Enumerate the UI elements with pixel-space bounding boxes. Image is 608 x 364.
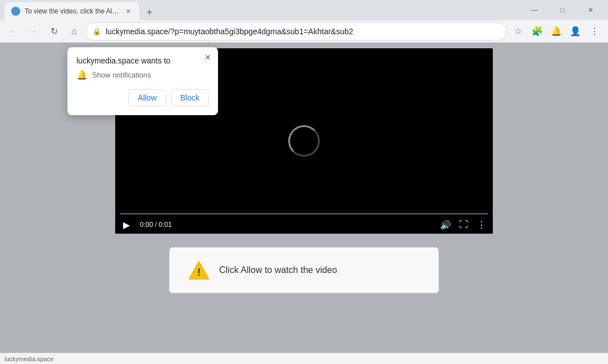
more-options-button[interactable]: ⋮ <box>475 218 488 231</box>
video-controls: ▶ 0:00 / 0:01 🔊 ⛶ ⋮ <box>115 208 493 234</box>
url-text: luckymedia.space/?p=muytaobtha5gi3bpge4d… <box>106 27 500 36</box>
svg-text:!: ! <box>197 267 201 278</box>
controls-row: ▶ 0:00 / 0:01 🔊 ⛶ ⋮ <box>120 218 488 231</box>
message-box: ! Click Allow to watch the video <box>169 247 439 293</box>
tab-bar: To view the video, click the Allo… ✕ + <box>4 0 519 20</box>
permission-text: Show notifications <box>92 71 151 79</box>
popup-actions: Allow Block <box>76 89 209 106</box>
browser-window: To view the video, click the Allo… ✕ + —… <box>0 0 608 364</box>
status-text: luckymedia.space <box>4 356 53 362</box>
forward-button[interactable]: → <box>25 22 43 40</box>
bell-icon: 🔔 <box>76 70 88 80</box>
mute-button[interactable]: 🔊 <box>439 218 452 231</box>
status-bar: luckymedia.space <box>0 353 608 364</box>
minimize-button[interactable]: — <box>521 1 547 19</box>
tab-close-button[interactable]: ✕ <box>124 7 133 16</box>
allow-button[interactable]: Allow <box>128 89 166 106</box>
bookmark-button[interactable]: ☆ <box>509 22 527 40</box>
tab-title: To view the video, click the Allo… <box>25 7 119 15</box>
extensions-button[interactable]: 🧩 <box>528 22 546 40</box>
menu-button[interactable]: ⋮ <box>586 22 604 40</box>
title-bar: To view the video, click the Allo… ✕ + —… <box>0 0 608 20</box>
maximize-button[interactable]: □ <box>550 1 575 19</box>
browser-tab[interactable]: To view the video, click the Allo… ✕ <box>4 2 139 20</box>
cast-button[interactable]: 🔔 <box>547 22 565 40</box>
browser-toolbar: ← → ↻ ⌂ 🔒 luckymedia.space/?p=muytaobtha… <box>0 20 608 43</box>
lock-icon: 🔒 <box>93 28 101 35</box>
progress-bar[interactable] <box>120 213 488 215</box>
warning-icon: ! <box>188 259 210 281</box>
notification-popup: ✕ luckymedia.space wants to 🔔 Show notif… <box>67 47 218 115</box>
close-button[interactable]: ✕ <box>578 1 604 19</box>
window-controls: — □ ✕ <box>521 1 604 19</box>
toolbar-actions: ☆ 🧩 🔔 👤 ⋮ <box>509 22 604 40</box>
page-content: ✕ luckymedia.space wants to 🔔 Show notif… <box>0 43 608 353</box>
address-bar[interactable]: 🔒 luckymedia.space/?p=muytaobtha5gi3bpge… <box>85 22 507 40</box>
block-button[interactable]: Block <box>171 89 209 106</box>
message-text: Click Allow to watch the video <box>219 265 337 275</box>
loading-spinner <box>288 125 320 157</box>
fullscreen-button[interactable]: ⛶ <box>457 218 470 231</box>
tab-favicon <box>11 7 20 16</box>
play-button[interactable]: ▶ <box>120 218 133 231</box>
time-display: 0:00 / 0:01 <box>140 221 172 229</box>
back-button[interactable]: ← <box>4 22 22 40</box>
new-tab-button[interactable]: + <box>142 4 157 20</box>
reload-button[interactable]: ↻ <box>45 22 63 40</box>
profile-button[interactable]: 👤 <box>566 22 584 40</box>
popup-title: luckymedia.space wants to <box>76 56 209 65</box>
popup-close-button[interactable]: ✕ <box>202 52 214 63</box>
home-button[interactable]: ⌂ <box>65 22 83 40</box>
popup-permission: 🔔 Show notifications <box>76 70 209 80</box>
